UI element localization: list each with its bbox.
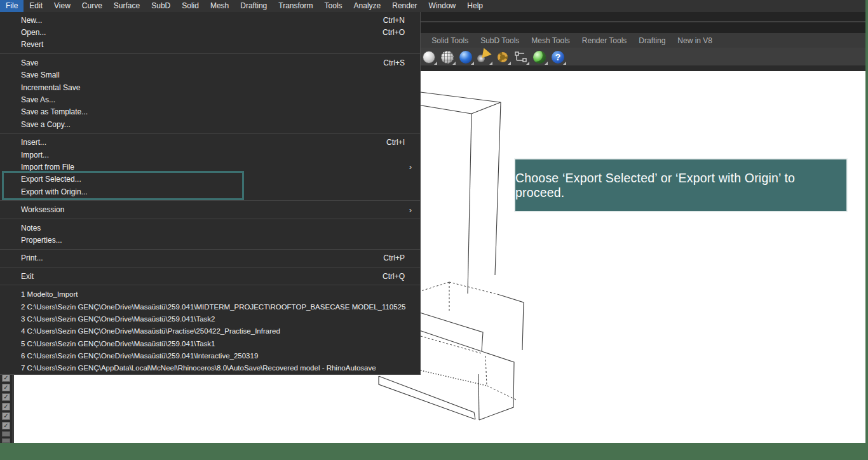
toolbar-tabs: olsSolid ToolsSubD ToolsMesh ToolsRender…: [410, 33, 712, 48]
gear-glyph: [498, 52, 508, 62]
menu-item-shortcut: Ctrl+S: [383, 58, 420, 67]
file-menu-item[interactable]: Print...Ctrl+P: [0, 252, 420, 264]
help-icon[interactable]: ?: [550, 49, 566, 65]
menu-item-label: Open...: [0, 28, 46, 37]
instruction-banner-text: Choose ‘Export Selected’ or ‘Export with…: [515, 171, 846, 200]
menubar-item-edit[interactable]: Edit: [24, 0, 48, 12]
mesh-sphere-glyph: [441, 51, 454, 64]
menubar-item-surface[interactable]: Surface: [108, 0, 146, 12]
file-menu-item[interactable]: Import...: [0, 149, 420, 161]
checkbox-checked-icon[interactable]: ✓: [2, 393, 10, 401]
file-menu-item[interactable]: Worksession›: [0, 203, 420, 215]
submenu-arrow-icon: ›: [409, 206, 420, 214]
menu-item-label: Export with Origin...: [0, 187, 88, 196]
panel-slot-icon[interactable]: [2, 438, 10, 443]
spotlight-tool-icon[interactable]: [476, 49, 492, 65]
menu-separator: [0, 247, 420, 252]
menu-item-label: Insert...: [0, 138, 46, 147]
menu-separator: [0, 51, 420, 57]
menu-item-label: 1 Modelto_Import: [0, 290, 78, 298]
toolbar-tab-drafting[interactable]: Drafting: [639, 36, 665, 45]
file-menu-item[interactable]: ExitCtrl+Q: [0, 270, 420, 282]
rhino-window: olsSolid ToolsSubD ToolsMesh ToolsRender…: [0, 0, 868, 460]
menu-item-label: 2 C:\Users\Sezin GENÇ\OneDrive\Masaüstü\…: [0, 303, 405, 311]
menu-item-label: Worksession: [0, 205, 64, 214]
checkbox-checked-icon[interactable]: ✓: [2, 422, 10, 430]
file-menu-item[interactable]: Properties...: [0, 234, 420, 246]
render-preview-tool-icon[interactable]: [531, 49, 548, 65]
file-menu-item[interactable]: Import from File›: [0, 161, 420, 173]
recent-file-item[interactable]: 3 C:\Users\Sezin GENÇ\OneDrive\Masaüstü\…: [0, 313, 420, 325]
mesh-sphere-tool-icon[interactable]: [439, 49, 456, 65]
dimension-tool-icon[interactable]: [513, 49, 529, 65]
menubar-item-window[interactable]: Window: [423, 0, 462, 12]
menubar-item-render[interactable]: Render: [386, 0, 423, 12]
panel-slot-icon[interactable]: [2, 431, 10, 436]
menu-separator: [0, 131, 420, 137]
toolbar-tab-mesh-tools[interactable]: Mesh Tools: [531, 36, 569, 45]
file-menu-item[interactable]: Revert: [0, 39, 420, 51]
menu-item-label: 7 C:\Users\Sezin GENÇ\AppData\Local\McNe…: [0, 364, 376, 372]
menu-item-label: Save a Copy...: [0, 120, 71, 129]
menu-item-shortcut: Ctrl+P: [383, 254, 420, 262]
recent-file-item[interactable]: 1 Modelto_Import: [0, 288, 420, 300]
menubar-item-analyze[interactable]: Analyze: [348, 0, 387, 12]
menu-item-shortcut: Ctrl+O: [383, 28, 420, 37]
menu-item-label: 3 C:\Users\Sezin GENÇ\OneDrive\Masaüstü\…: [0, 315, 215, 323]
menubar-item-mesh[interactable]: Mesh: [205, 0, 234, 12]
toolbar-tab-new-in-v8[interactable]: New in V8: [677, 36, 712, 45]
sphere-tool-icon[interactable]: [421, 49, 437, 65]
toolbar-tab-subd-tools[interactable]: SubD Tools: [480, 36, 519, 45]
menu-separator: [0, 282, 420, 288]
render-sphere-tool-icon[interactable]: [458, 49, 474, 65]
menu-item-label: Save as Template...: [0, 107, 88, 116]
menu-separator: [0, 216, 420, 222]
instruction-banner: Choose ‘Export Selected’ or ‘Export with…: [515, 159, 847, 212]
recent-file-item[interactable]: 2 C:\Users\Sezin GENÇ\OneDrive\Masaüstü\…: [0, 301, 420, 313]
menu-separator: [0, 198, 420, 203]
file-menu-item[interactable]: Incremental Save: [0, 81, 420, 93]
recent-file-item[interactable]: 7 C:\Users\Sezin GENÇ\AppData\Local\McNe…: [0, 362, 420, 374]
menu-item-label: Properties...: [0, 236, 62, 245]
checkbox-checked-icon[interactable]: ✓: [2, 374, 10, 382]
menubar-item-drafting[interactable]: Drafting: [234, 0, 273, 12]
menubar-item-tools[interactable]: Tools: [319, 0, 348, 12]
file-menu-item[interactable]: Notes: [0, 222, 420, 234]
file-menu-item[interactable]: Save As...: [0, 93, 420, 105]
menu-item-label: Save: [0, 58, 38, 67]
file-menu-item[interactable]: Export with Origin...: [0, 186, 420, 198]
dimension-glyph: [514, 50, 528, 64]
file-menu-item[interactable]: New...Ctrl+N: [0, 14, 420, 26]
checkbox-checked-icon[interactable]: ✓: [2, 403, 10, 410]
recent-file-item[interactable]: 4 C:\Users\Sezin GENÇ\OneDrive\Masaüstü\…: [0, 325, 420, 337]
menubar-item-solid[interactable]: Solid: [176, 0, 205, 12]
menu-item-label: Export Selected...: [0, 175, 81, 184]
sphere-glyph: [423, 51, 435, 64]
checkbox-checked-icon[interactable]: ✓: [2, 384, 10, 391]
file-menu-item[interactable]: Insert...Ctrl+I: [0, 137, 420, 149]
recent-file-item[interactable]: 5 C:\Users\Sezin GENÇ\OneDrive\Masaüstü\…: [0, 337, 420, 349]
settings-gear-tool-icon[interactable]: [494, 49, 511, 65]
file-menu-item[interactable]: Save as Template...: [0, 106, 420, 118]
menubar-item-transform[interactable]: Transform: [273, 0, 318, 12]
recent-file-item[interactable]: 6 C:\Users\Sezin GENÇ\OneDrive\Masaüstü\…: [0, 349, 420, 362]
menu-item-label: Print...: [0, 254, 43, 262]
menubar-item-subd[interactable]: SubD: [146, 0, 176, 12]
file-menu-item[interactable]: Open...Ctrl+O: [0, 26, 420, 38]
menu-item-label: Incremental Save: [0, 83, 80, 92]
file-menu-item[interactable]: Save Small: [0, 69, 420, 81]
checkbox-checked-icon[interactable]: ✓: [2, 412, 10, 420]
menu-item-shortcut: Ctrl+N: [383, 16, 420, 25]
file-menu-item[interactable]: Export Selected...: [0, 173, 420, 186]
menubar-item-view[interactable]: View: [48, 0, 76, 12]
toolbar-tab-solid-tools[interactable]: Solid Tools: [431, 36, 468, 45]
menubar-item-curve[interactable]: Curve: [76, 0, 108, 12]
menubar-item-file[interactable]: File: [0, 0, 24, 12]
toolbar-tab-render-tools[interactable]: Render Tools: [582, 36, 627, 45]
menubar-item-help[interactable]: Help: [461, 0, 489, 12]
file-menu-item[interactable]: SaveCtrl+S: [0, 57, 420, 69]
green-sphere-glyph: [533, 51, 546, 64]
file-menu-item[interactable]: Save a Copy...: [0, 118, 420, 130]
menu-item-label: New...: [0, 16, 42, 25]
submenu-arrow-icon: ›: [409, 163, 420, 171]
